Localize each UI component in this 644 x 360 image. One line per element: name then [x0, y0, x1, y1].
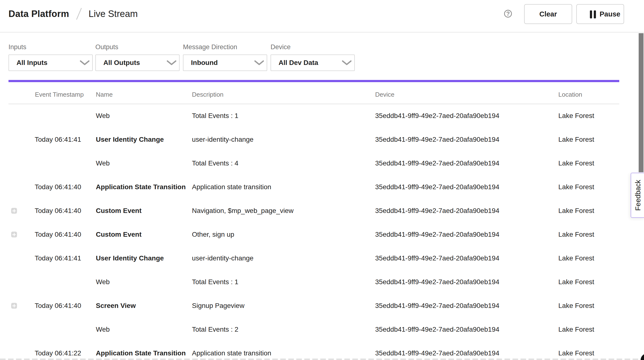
- svg-text:?: ?: [506, 10, 510, 17]
